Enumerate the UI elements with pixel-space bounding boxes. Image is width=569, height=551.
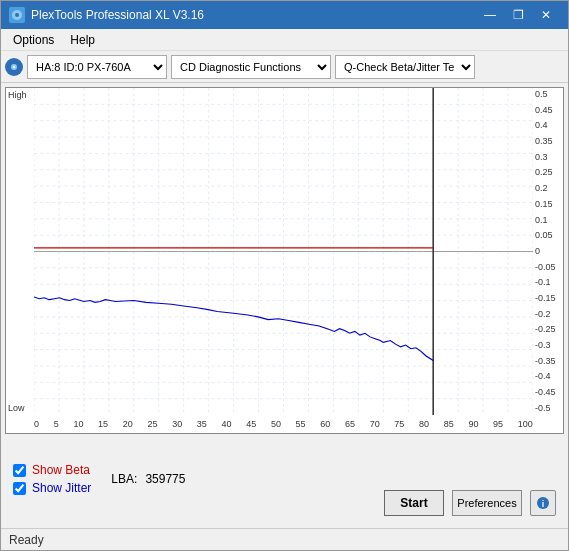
window-title: PlexTools Professional XL V3.16 (31, 8, 204, 22)
y-right-7: 0.15 (533, 200, 563, 209)
title-bar: PlexTools Professional XL V3.16 — ❐ ✕ (1, 1, 568, 29)
show-beta-checkbox[interactable] (13, 464, 26, 477)
x-label-16: 80 (419, 419, 429, 429)
x-label-11: 55 (296, 419, 306, 429)
x-label-9: 45 (246, 419, 256, 429)
close-button[interactable]: ✕ (532, 5, 560, 25)
function-dropdown[interactable]: CD Diagnostic Functions (171, 55, 331, 79)
y-right-20: -0.5 (533, 404, 563, 413)
x-label-20: 100 (518, 419, 533, 429)
x-label-0: 0 (34, 419, 39, 429)
restore-button[interactable]: ❐ (504, 5, 532, 25)
x-label-10: 50 (271, 419, 281, 429)
menu-bar: Options Help (1, 29, 568, 51)
y-right-9: 0.05 (533, 231, 563, 240)
y-right-6: 0.2 (533, 184, 563, 193)
main-content: High Low (1, 83, 568, 528)
minimize-button[interactable]: — (476, 5, 504, 25)
x-label-4: 20 (123, 419, 133, 429)
start-button[interactable]: Start (384, 490, 444, 516)
menu-help[interactable]: Help (62, 31, 103, 49)
chart-low-label: Low (8, 403, 28, 413)
lba-label: LBA: (111, 472, 137, 486)
x-label-2: 10 (73, 419, 83, 429)
x-label-1: 5 (54, 419, 59, 429)
app-icon (9, 7, 25, 23)
svg-point-1 (15, 13, 19, 17)
chart-container: High Low (5, 87, 564, 434)
chart-high-label: High (8, 90, 30, 100)
status-bar: Ready (1, 528, 568, 550)
toolbar: HA:8 ID:0 PX-760A CD Diagnostic Function… (1, 51, 568, 83)
show-jitter-checkbox[interactable] (13, 482, 26, 495)
show-jitter-row: Show Jitter (13, 481, 91, 495)
x-label-13: 65 (345, 419, 355, 429)
y-right-15: -0.25 (533, 325, 563, 334)
buttons-right: Start Preferences i (384, 490, 556, 520)
y-right-8: 0.1 (533, 216, 563, 225)
x-label-7: 35 (197, 419, 207, 429)
y-right-2: 0.4 (533, 121, 563, 130)
window-controls: — ❐ ✕ (476, 5, 560, 25)
info-button[interactable]: i (530, 490, 556, 516)
x-label-18: 90 (468, 419, 478, 429)
y-axis-right: 0.5 0.45 0.4 0.35 0.3 0.25 0.2 0.15 0.1 … (533, 88, 563, 415)
status-text: Ready (9, 533, 44, 547)
test-dropdown[interactable]: Q-Check Beta/Jitter Test (335, 55, 475, 79)
x-label-17: 85 (444, 419, 454, 429)
y-right-4: 0.3 (533, 153, 563, 162)
y-right-10: 0 (533, 247, 563, 256)
x-label-19: 95 (493, 419, 503, 429)
svg-point-4 (13, 66, 15, 68)
checkboxes-group: Show Beta Show Jitter (13, 463, 91, 495)
y-right-16: -0.3 (533, 341, 563, 350)
y-right-12: -0.1 (533, 278, 563, 287)
x-axis: 0 5 10 15 20 25 30 35 40 45 50 55 60 65 … (34, 415, 533, 433)
y-right-17: -0.35 (533, 357, 563, 366)
y-right-18: -0.4 (533, 372, 563, 381)
chart-svg (34, 88, 533, 415)
y-right-13: -0.15 (533, 294, 563, 303)
x-label-8: 40 (222, 419, 232, 429)
lba-section: LBA: 359775 (111, 472, 185, 486)
y-right-19: -0.45 (533, 388, 563, 397)
lba-value: 359775 (145, 472, 185, 486)
device-selector: HA:8 ID:0 PX-760A (5, 55, 167, 79)
menu-options[interactable]: Options (5, 31, 62, 49)
y-right-5: 0.25 (533, 168, 563, 177)
y-right-11: -0.05 (533, 263, 563, 272)
y-right-3: 0.35 (533, 137, 563, 146)
y-right-0: 0.5 (533, 90, 563, 99)
x-label-6: 30 (172, 419, 182, 429)
bottom-panel: Show Beta Show Jitter LBA: 359775 Start … (5, 434, 564, 524)
x-label-12: 60 (320, 419, 330, 429)
x-label-3: 15 (98, 419, 108, 429)
show-beta-label[interactable]: Show Beta (32, 463, 90, 477)
svg-text:i: i (542, 499, 545, 509)
x-label-15: 75 (394, 419, 404, 429)
x-label-14: 70 (370, 419, 380, 429)
chart-plot (34, 88, 533, 415)
show-jitter-label[interactable]: Show Jitter (32, 481, 91, 495)
device-icon (5, 58, 23, 76)
device-dropdown[interactable]: HA:8 ID:0 PX-760A (27, 55, 167, 79)
x-label-5: 25 (147, 419, 157, 429)
y-right-14: -0.2 (533, 310, 563, 319)
prefs-section: Preferences (452, 490, 522, 516)
y-axis-left: High Low (6, 88, 34, 415)
y-right-1: 0.45 (533, 106, 563, 115)
preferences-button[interactable]: Preferences (452, 490, 522, 516)
show-beta-row: Show Beta (13, 463, 91, 477)
